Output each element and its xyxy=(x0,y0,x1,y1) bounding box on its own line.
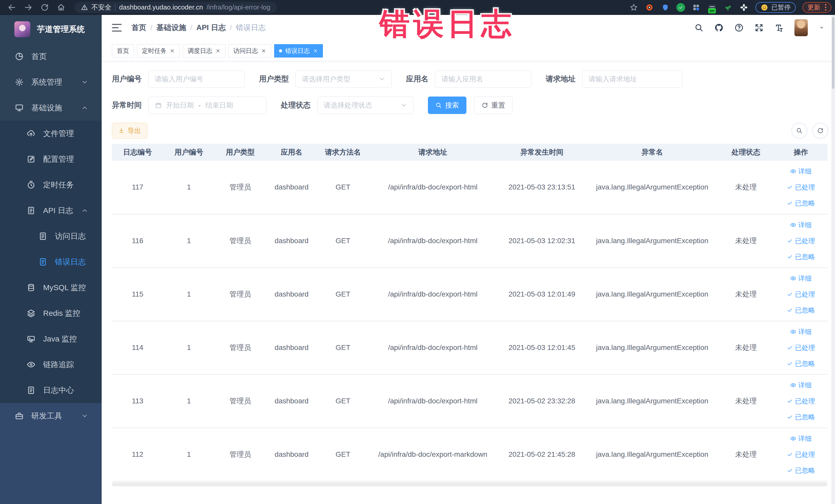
action-mark-processed[interactable]: 已处理 xyxy=(774,393,828,409)
action-detail[interactable]: 详细 xyxy=(774,324,828,340)
tab-访问日志[interactable]: 访问日志 xyxy=(228,44,271,58)
tab-调度日志[interactable]: 调度日志 xyxy=(183,44,225,58)
search-button[interactable]: 搜索 xyxy=(428,97,466,114)
paused-extension-button[interactable]: 已暂停 xyxy=(755,2,796,13)
eye-icon xyxy=(790,382,796,388)
action-detail[interactable]: 详细 xyxy=(774,217,828,233)
close-tab-icon[interactable] xyxy=(313,48,318,54)
shield-extension-icon[interactable] xyxy=(660,3,670,12)
browser-home-icon[interactable] xyxy=(57,3,65,12)
check-circle-extension-icon[interactable] xyxy=(676,3,685,12)
header-search-icon[interactable] xyxy=(694,23,704,32)
sidebar-item-配置管理[interactable]: 配置管理 xyxy=(0,146,102,172)
action-mark-processed[interactable]: 已处理 xyxy=(774,179,828,195)
browser-reload-icon[interactable] xyxy=(40,3,49,12)
tab-错误日志[interactable]: 错误日志 xyxy=(274,44,323,58)
sidebar-item-Redis-监控[interactable]: Redis 监控 xyxy=(0,300,102,326)
url-host: dashboard.yudao.iocoder.cn xyxy=(119,3,203,11)
cell-app: dashboard xyxy=(266,267,317,321)
tab-首页[interactable]: 首页 xyxy=(112,44,134,58)
sidebar-item-Java-监控[interactable]: Java 监控 xyxy=(0,326,102,352)
action-detail[interactable]: 详细 xyxy=(774,163,828,179)
date-range-picker[interactable]: 开始日期 - 结束日期 xyxy=(148,97,266,114)
app-name-input[interactable] xyxy=(442,75,525,83)
action-mark-ignored[interactable]: 已忽略 xyxy=(774,356,828,371)
sidebar-item-链路追踪[interactable]: 链路追踪 xyxy=(0,352,102,378)
refresh-table-button[interactable] xyxy=(813,123,828,138)
sidebar-item-访问日志[interactable]: 访问日志 xyxy=(0,223,102,249)
action-mark-processed[interactable]: 已处理 xyxy=(774,446,828,462)
sidebar-item-API-日志[interactable]: API 日志 xyxy=(0,198,102,223)
grid-extension-icon[interactable] xyxy=(691,3,701,12)
breadcrumb-item[interactable]: API 日志 xyxy=(196,23,226,33)
app-title: 芋道管理系统 xyxy=(37,24,85,35)
user-avatar[interactable] xyxy=(794,19,808,36)
sidebar-item-研发工具[interactable]: 研发工具 xyxy=(0,403,102,429)
export-button[interactable]: 导出 xyxy=(112,123,147,139)
sidebar-item-错误日志[interactable]: 错误日志 xyxy=(0,249,102,275)
user-id-input[interactable] xyxy=(155,75,238,83)
breadcrumb-item[interactable]: 首页 xyxy=(131,23,146,33)
action-label: 已处理 xyxy=(795,343,815,352)
table-row: 1121管理员dashboardGET/api/infra/db-doc/exp… xyxy=(112,428,828,481)
cell-method: GET xyxy=(317,321,369,374)
font-size-icon[interactable] xyxy=(774,23,784,32)
vertical-scrollbar[interactable] xyxy=(831,15,835,504)
action-mark-ignored[interactable]: 已忽略 xyxy=(774,249,828,265)
action-detail[interactable]: 详细 xyxy=(774,377,828,393)
browser-menu-icon[interactable] xyxy=(825,4,826,11)
sidebar-item-日志中心[interactable]: 日志中心 xyxy=(0,378,102,403)
sidebar-item-首页[interactable]: 首页 xyxy=(0,44,102,69)
address-bar[interactable]: 不安全 dashboard.yudao.iocoder.cn/infra/log… xyxy=(75,2,277,13)
fullscreen-icon[interactable] xyxy=(754,23,763,32)
horizontal-scrollbar[interactable] xyxy=(112,482,828,486)
filter-process-status: 处理状态 请选择处理状态 xyxy=(281,97,413,114)
cloud-icon xyxy=(27,129,36,138)
sidebar-item-文件管理[interactable]: 文件管理 xyxy=(0,121,102,146)
tab-定时任务[interactable]: 定时任务 xyxy=(137,44,180,58)
sidebar-logo[interactable]: 芋道管理系统 xyxy=(0,15,102,44)
action-mark-ignored[interactable]: 已忽略 xyxy=(774,302,828,318)
export-button-label: 导出 xyxy=(127,126,141,135)
action-mark-ignored[interactable]: 已忽略 xyxy=(774,195,828,211)
target-extension-icon[interactable] xyxy=(645,3,654,12)
close-tab-icon[interactable] xyxy=(261,48,266,54)
bookmark-star-icon[interactable] xyxy=(630,3,638,12)
browser-update-button[interactable]: 更新 xyxy=(802,2,831,13)
cell-id: 117 xyxy=(112,161,163,214)
process-status-select[interactable]: 请选择处理状态 xyxy=(317,97,413,114)
browser-back-icon[interactable] xyxy=(7,3,16,12)
table-row: 1171管理员dashboardGET/api/infra/db-doc/exp… xyxy=(112,161,828,214)
pinwheel-extension-icon[interactable] xyxy=(739,3,749,12)
action-mark-ignored[interactable]: 已忽略 xyxy=(774,462,828,478)
java-icon xyxy=(27,335,36,343)
sidebar-item-MySQL-监控[interactable]: MySQL 监控 xyxy=(0,275,102,300)
github-icon[interactable] xyxy=(714,23,724,32)
action-detail[interactable]: 详细 xyxy=(774,270,828,286)
switch-on-extension-icon[interactable]: on xyxy=(707,3,717,12)
action-label: 已处理 xyxy=(795,397,815,406)
help-icon[interactable] xyxy=(734,23,744,32)
sidebar-item-系统管理[interactable]: 系统管理 xyxy=(0,69,102,95)
sidebar-collapse-icon[interactable] xyxy=(112,24,122,32)
sidebar-item-基础设施[interactable]: 基础设施 xyxy=(0,95,102,121)
request-url-input[interactable] xyxy=(589,75,676,83)
close-tab-icon[interactable] xyxy=(170,48,175,54)
action-mark-processed[interactable]: 已处理 xyxy=(774,340,828,356)
avatar-dropdown-caret-icon[interactable] xyxy=(819,25,825,31)
action-mark-processed[interactable]: 已处理 xyxy=(774,233,828,249)
action-detail[interactable]: 详细 xyxy=(774,430,828,446)
breadcrumb-item[interactable]: 基础设施 xyxy=(157,23,186,33)
sidebar-item-定时任务[interactable]: 定时任务 xyxy=(0,172,102,198)
sprout-extension-icon[interactable] xyxy=(723,3,733,12)
action-mark-ignored[interactable]: 已忽略 xyxy=(774,409,828,425)
reset-button[interactable]: 重置 xyxy=(474,97,513,114)
dash-icon xyxy=(15,52,24,61)
close-tab-icon[interactable] xyxy=(216,48,221,54)
action-mark-processed[interactable]: 已处理 xyxy=(774,286,828,302)
user-type-select[interactable]: 请选择用户类型 xyxy=(296,70,392,88)
doc-icon xyxy=(39,258,47,266)
browser-forward-icon[interactable] xyxy=(24,3,33,12)
scrollbar-thumb[interactable] xyxy=(832,17,834,89)
toggle-search-button[interactable] xyxy=(792,123,807,138)
